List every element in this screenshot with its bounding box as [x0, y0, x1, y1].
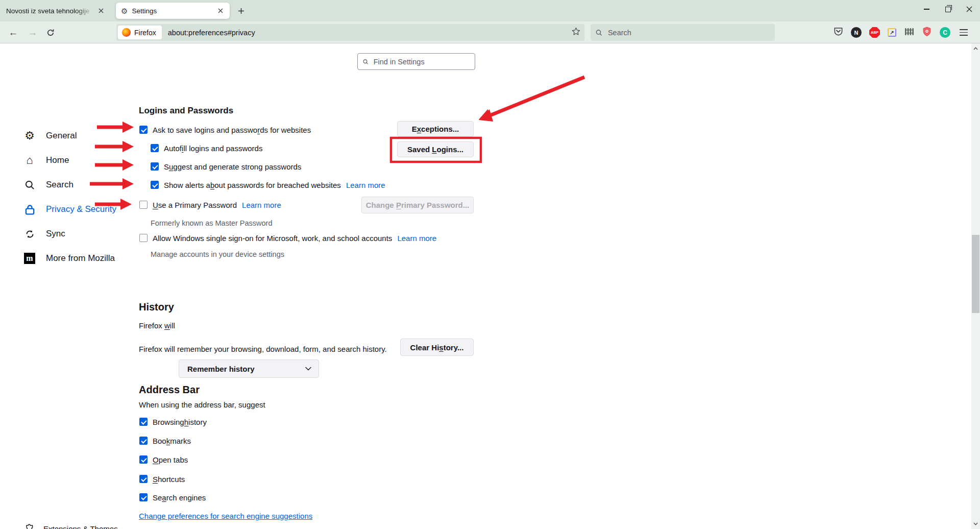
clear-history-button[interactable]: Clear History...	[400, 339, 474, 356]
adblock-plus-icon[interactable]: ABP	[869, 27, 880, 38]
settings-page: ⚙ General ⌂ Home Search Privacy & Securi…	[0, 43, 971, 529]
history-dropdown-value: Remember history	[187, 365, 305, 373]
find-in-settings-input[interactable]	[373, 57, 470, 66]
history-heading: History	[139, 301, 174, 313]
puzzle-piece-icon	[24, 524, 35, 529]
tab-settings[interactable]: ⚙ Settings	[116, 3, 230, 19]
search-engines-checkbox[interactable]	[139, 493, 148, 501]
new-tab-button[interactable]	[235, 5, 247, 17]
browsing-history-checkbox[interactable]	[139, 418, 148, 426]
menu-hamburger-icon[interactable]	[960, 29, 968, 36]
magnifier-icon	[23, 180, 36, 190]
back-button[interactable]: ←	[6, 26, 20, 40]
search-suggestions-preferences-link[interactable]: Change preferences for search engine sug…	[139, 512, 312, 520]
learn-more-link[interactable]: Learn more	[346, 181, 385, 189]
extensions-themes-link[interactable]: Extensions & Themes	[24, 521, 118, 529]
logins-heading: Logins and Passwords	[139, 106, 233, 116]
firefox-window: Novosti iz sveta tehnologije - Pamet ⚙ S…	[0, 0, 980, 529]
sidebar-item-general[interactable]: ⚙ General	[23, 124, 116, 148]
windows-sso-note: Manage accounts in your device settings	[151, 250, 284, 258]
sidebar-item-privacy-security[interactable]: Privacy & Security	[23, 197, 116, 222]
tab-title: Novosti iz sveta tehnologije - Pamet	[6, 7, 96, 15]
chevron-down-icon	[305, 367, 311, 371]
chip-label: Firefox	[134, 29, 156, 37]
shield-extension-icon[interactable]	[922, 27, 932, 39]
checkbox-row: Open tabs	[139, 454, 188, 465]
pocket-icon[interactable]	[834, 27, 843, 38]
learn-more-link[interactable]: Learn more	[242, 201, 281, 209]
bookmark-star-icon[interactable]	[572, 27, 580, 38]
firefox-logo-icon	[122, 28, 131, 37]
breach-alerts-checkbox[interactable]	[151, 181, 159, 189]
close-button[interactable]	[959, 0, 980, 18]
search-input[interactable]	[607, 28, 770, 37]
extension-n-icon[interactable]: N	[851, 27, 862, 38]
scrollbar-thumb[interactable]	[972, 235, 979, 313]
scroll-up-icon[interactable]	[971, 44, 980, 53]
tab-inactive[interactable]: Novosti iz sveta tehnologije - Pamet	[0, 3, 109, 19]
checkbox-row: Browsing history	[139, 416, 207, 427]
learn-more-link[interactable]: Learn more	[397, 234, 436, 243]
tab-close-icon[interactable]	[96, 6, 106, 16]
containers-fence-icon[interactable]	[904, 27, 914, 38]
checkbox-row: Bookmarks	[139, 435, 191, 446]
search-icon	[596, 29, 602, 36]
autofill-checkbox[interactable]	[151, 144, 159, 152]
forward-button[interactable]: →	[26, 26, 40, 40]
sidebar-footer: Extensions & Themes ? Firefox Support	[24, 521, 118, 529]
checkbox-row: Use a Primary Password Learn more	[139, 199, 281, 210]
ask-to-save-checkbox[interactable]	[139, 126, 148, 134]
restore-button[interactable]	[937, 0, 959, 18]
history-description: Firefox will remember your browsing, dow…	[139, 345, 387, 353]
find-in-settings[interactable]	[357, 53, 475, 70]
mozilla-logo-icon: m	[23, 253, 36, 264]
tab-title: Settings	[132, 7, 215, 15]
search-icon	[363, 59, 369, 65]
checkbox-row: Ask to save logins and passwords for web…	[139, 124, 311, 135]
exceptions-button[interactable]: Exceptions...	[397, 121, 474, 137]
open-tabs-checkbox[interactable]	[139, 455, 148, 464]
checkbox-row: Shortcuts	[139, 473, 185, 485]
checkbox-row: Allow Windows single sign-on for Microso…	[139, 232, 436, 244]
suggest-passwords-checkbox[interactable]	[151, 162, 159, 171]
primary-password-note: Formerly known as Master Password	[151, 219, 273, 227]
tab-bar: Novosti iz sveta tehnologije - Pamet ⚙ S…	[0, 0, 980, 21]
gear-icon: ⚙	[121, 7, 128, 15]
firefox-will-label: Firefox will	[139, 321, 175, 330]
scroll-down-icon[interactable]	[971, 520, 980, 528]
sidebar-item-sync[interactable]: Sync	[23, 222, 116, 246]
reload-button[interactable]	[43, 26, 58, 40]
search-bar[interactable]	[591, 24, 775, 41]
minimize-button[interactable]	[916, 0, 937, 18]
lock-icon	[23, 204, 36, 215]
site-identity-chip[interactable]: Firefox	[118, 26, 162, 39]
sidebar-item-search[interactable]: Search	[23, 173, 116, 197]
sync-icon	[23, 229, 36, 239]
checkbox-row: Show alerts about passwords for breached…	[151, 179, 385, 190]
checkbox-row: Search engines	[139, 492, 206, 503]
windows-sso-checkbox[interactable]	[139, 234, 148, 242]
vertical-scrollbar[interactable]	[971, 43, 980, 529]
gear-icon: ⚙	[23, 130, 36, 141]
settings-sidebar: ⚙ General ⌂ Home Search Privacy & Securi…	[23, 124, 116, 271]
checkbox-row: Autofill logins and passwords	[151, 142, 262, 154]
sidebar-item-more-from-mozilla[interactable]: m More from Mozilla	[23, 246, 116, 271]
primary-password-checkbox[interactable]	[139, 201, 148, 209]
history-dropdown[interactable]: Remember history	[179, 359, 319, 378]
sidebar-item-home[interactable]: ⌂ Home	[23, 148, 116, 173]
checkbox-row: Suggest and generate strong passwords	[151, 161, 301, 172]
url-text[interactable]: about:preferences#privacy	[168, 29, 572, 37]
address-bar-subtitle: When using the address bar, suggest	[139, 400, 265, 409]
change-primary-password-button[interactable]: Change Primary Password...	[361, 197, 474, 213]
bookmarks-checkbox[interactable]	[139, 437, 148, 445]
shortcuts-checkbox[interactable]	[139, 475, 148, 483]
address-bar[interactable]: Firefox about:preferences#privacy	[116, 24, 584, 41]
home-icon: ⌂	[23, 155, 36, 166]
saved-logins-button[interactable]: Saved Logins...	[397, 141, 474, 157]
address-bar-heading: Address Bar	[139, 384, 200, 396]
screenshot-extension-icon[interactable]: ↗	[888, 28, 896, 37]
tab-close-icon[interactable]	[215, 6, 226, 16]
extension-toolbar: N ABP ↗ C	[834, 21, 968, 43]
grammar-extension-icon[interactable]: C	[940, 27, 950, 38]
